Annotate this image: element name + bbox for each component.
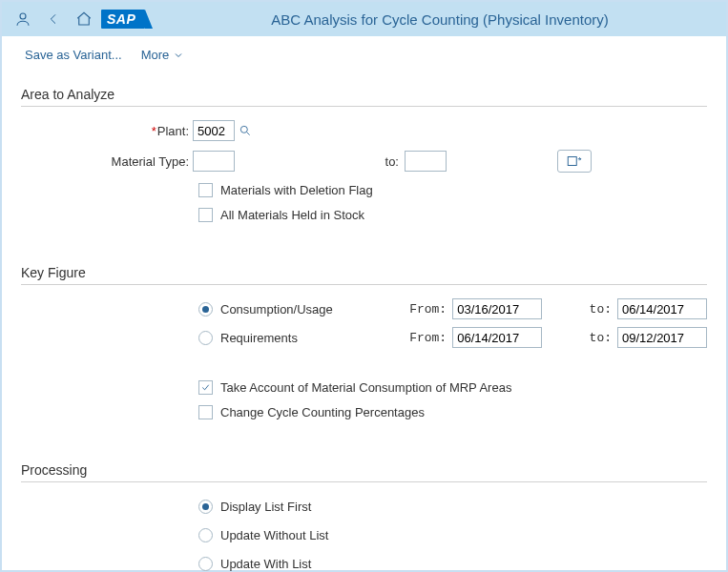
requirements-radio[interactable] (198, 331, 213, 345)
to-label: to: (564, 331, 617, 345)
material-type-to-input[interactable] (405, 151, 447, 172)
more-button[interactable]: More (141, 48, 185, 62)
svg-point-0 (20, 13, 26, 19)
to-label: to: (376, 154, 405, 169)
deletion-flag-label: Materials with Deletion Flag (220, 183, 373, 197)
user-icon[interactable] (10, 6, 36, 32)
consumption-usage-label: Consumption/Usage (220, 302, 399, 317)
multiple-selection-button[interactable] (557, 150, 592, 173)
svg-point-1 (240, 126, 247, 133)
from-label: From: (399, 331, 452, 345)
divider (21, 284, 707, 285)
back-icon[interactable] (40, 6, 67, 32)
update-without-list-label: Update Without List (220, 528, 411, 542)
plant-label: *Plant: (21, 124, 193, 138)
change-percentages-checkbox[interactable] (198, 405, 213, 419)
section-title-area: Area to Analyze (21, 87, 707, 102)
change-percentages-label: Change Cycle Counting Percentages (220, 405, 425, 419)
held-in-stock-checkbox[interactable] (198, 208, 213, 222)
title-bar: SAP ABC Analysis for Cycle Counting (Phy… (2, 2, 726, 36)
consumption-usage-radio[interactable] (198, 302, 213, 317)
requirements-to-input[interactable] (617, 327, 707, 348)
plant-input[interactable] (193, 120, 235, 141)
home-icon[interactable] (71, 6, 97, 32)
divider (21, 481, 707, 482)
mrp-areas-checkbox[interactable] (198, 380, 213, 395)
divider (21, 106, 707, 107)
section-title-processing: Processing (21, 462, 707, 478)
display-list-first-label: Display List First (220, 500, 411, 514)
value-help-icon[interactable] (239, 124, 252, 137)
more-label: More (141, 48, 170, 62)
sap-logo: SAP (101, 10, 145, 29)
consumption-from-input[interactable] (452, 298, 542, 319)
to-label: to: (564, 302, 617, 317)
toolbar: Save as Variant... More (2, 36, 726, 72)
held-in-stock-label: All Materials Held in Stock (220, 208, 364, 222)
material-type-from-input[interactable] (193, 151, 235, 172)
chevron-down-icon (173, 50, 184, 61)
mrp-areas-label: Take Account of Material Consumption of … (220, 380, 511, 395)
section-title-key-figure: Key Figure (21, 265, 707, 280)
update-with-list-radio[interactable] (198, 557, 213, 571)
svg-rect-2 (568, 157, 576, 166)
deletion-flag-checkbox[interactable] (198, 183, 213, 197)
content-area: Area to Analyze *Plant: Material Type: t… (2, 72, 726, 572)
display-list-first-radio[interactable] (198, 500, 213, 514)
update-without-list-radio[interactable] (198, 528, 213, 542)
page-title: ABC Analysis for Cycle Counting (Physica… (271, 11, 608, 28)
material-type-label: Material Type: (21, 154, 193, 169)
requirements-label: Requirements (220, 331, 399, 345)
required-star: * (152, 124, 156, 138)
from-label: From: (399, 302, 452, 317)
consumption-to-input[interactable] (617, 298, 707, 319)
app-window: SAP ABC Analysis for Cycle Counting (Phy… (0, 0, 728, 572)
save-as-variant-button[interactable]: Save as Variant... (25, 48, 122, 62)
update-with-list-label: Update With List (220, 557, 411, 571)
requirements-from-input[interactable] (452, 327, 542, 348)
